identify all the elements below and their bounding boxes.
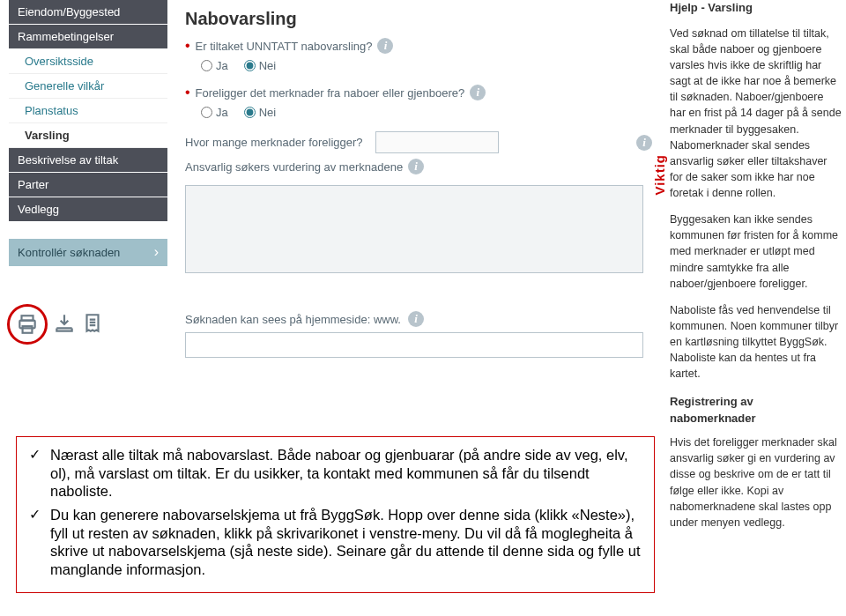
q4-row: Ansvarlig søkers vurdering av merknadene… (185, 159, 652, 174)
url-label: Søknaden kan sees på hjemmeside: www. (185, 313, 401, 326)
page-title: Nabovarsling (185, 9, 652, 29)
url-input[interactable] (185, 332, 643, 358)
info-icon[interactable]: i (408, 311, 424, 327)
note-1: ✓ Nærast alle tiltak må nabovarslast. Bå… (29, 446, 642, 501)
info-icon[interactable]: i (636, 135, 652, 151)
help-p4: Hvis det foreligger merknader skal ansva… (670, 434, 842, 531)
print-highlight-circle (7, 304, 48, 345)
check-icon: ✓ (29, 506, 41, 579)
info-icon[interactable]: i (377, 38, 393, 54)
help-h2: Registrering av nabomerknader (670, 394, 842, 427)
q1-ja[interactable]: Ja (201, 59, 228, 72)
q1-row: • Er tiltaket UNNTATT nabovarsling? i (185, 38, 652, 54)
nav-rammebetingelser[interactable]: Rammebetingelser (9, 25, 167, 48)
q2-ja[interactable]: Ja (201, 106, 228, 119)
toolbar (7, 304, 104, 345)
vurdering-textarea[interactable] (185, 185, 643, 273)
nav-vedlegg[interactable]: Vedlegg (9, 197, 167, 221)
help-p2: Byggesaken kan ikke sendes kommunen før … (670, 212, 842, 292)
help-p1: Ved søknad om tillatelse til tiltak, ska… (670, 26, 842, 201)
nav-eiendom[interactable]: Eiendom/Byggested (9, 0, 167, 24)
q2-radios: Ja Nei (185, 106, 652, 119)
nav-varsling[interactable]: Varsling (9, 123, 167, 148)
download-icon[interactable] (53, 312, 76, 335)
merknader-count-input[interactable] (375, 131, 499, 153)
q1-label: Er tiltaket UNNTATT nabovarsling? (196, 40, 373, 53)
required-dot: • (185, 85, 190, 100)
check-icon: ✓ (29, 446, 41, 501)
q3-label: Hvor mange merknader foreligger? (185, 136, 363, 149)
help-p3: Naboliste fås ved henvendelse til kommun… (670, 302, 842, 382)
instruction-box: ✓ Nærast alle tiltak må nabovarslast. Bå… (16, 436, 655, 593)
nav-kontroller[interactable]: Kontrollér søknaden (9, 239, 167, 266)
nav-generelle-vilkar[interactable]: Generelle vilkår (9, 74, 167, 99)
receipt-icon[interactable] (81, 312, 104, 335)
info-icon[interactable]: i (470, 85, 486, 100)
main-form: Nabovarsling • Er tiltaket UNNTATT nabov… (185, 9, 652, 358)
help-panel: Hjelp - Varsling Ved søknad om tillatels… (670, 0, 842, 541)
sidebar: Eiendom/Byggested Rammebetingelser Overs… (9, 0, 167, 266)
required-dot: • (185, 39, 190, 53)
q3-row: Hvor mange merknader foreligger? i (185, 131, 652, 153)
q2-row: • Foreligger det merknader fra naboer el… (185, 85, 652, 100)
help-title: Hjelp - Varsling (670, 0, 842, 17)
viktig-label: Viktig (652, 154, 667, 196)
info-icon[interactable]: i (408, 159, 424, 174)
nav-oversiktsside[interactable]: Oversiktsside (9, 49, 167, 74)
q4-label: Ansvarlig søkers vurdering av merknadene (185, 160, 403, 174)
printer-icon[interactable] (16, 313, 39, 336)
q2-nei[interactable]: Nei (244, 106, 277, 119)
nav-parter[interactable]: Parter (9, 173, 167, 197)
q1-nei[interactable]: Nei (244, 59, 277, 72)
q2-label: Foreligger det merknader fra naboer elle… (196, 86, 465, 100)
nav-planstatus[interactable]: Planstatus (9, 99, 167, 123)
url-row: Søknaden kan sees på hjemmeside: www. i (185, 311, 652, 327)
q1-radios: Ja Nei (185, 59, 652, 72)
note-2: ✓ Du kan generere nabovarselskjema ut fr… (29, 506, 642, 579)
nav-beskrivelse[interactable]: Beskrivelse av tiltak (9, 148, 167, 172)
